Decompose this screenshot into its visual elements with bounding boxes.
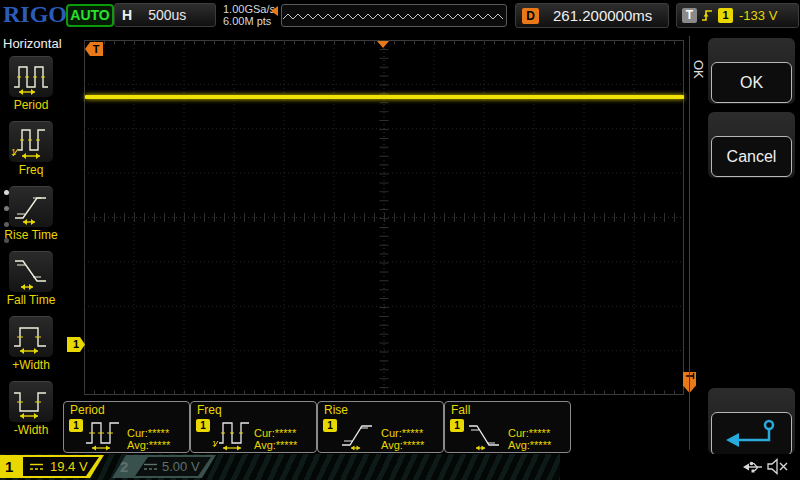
trigger-label: T — [682, 8, 697, 23]
sidebar-item-freq-label: Freq — [0, 163, 62, 177]
sidebar-item-period-label: Period — [0, 98, 62, 112]
trigger-source-badge: 1 — [718, 8, 733, 23]
preview-wave-icon — [282, 5, 504, 24]
freq-glyph-icon: 1 — [211, 415, 253, 451]
timebase-box[interactable]: H 500us — [114, 3, 216, 27]
usb-icon — [742, 460, 764, 474]
memory-position-arrow-icon — [271, 6, 278, 16]
waveform-display-area — [84, 40, 684, 395]
channel1-coupling-icon — [30, 462, 43, 472]
fall-time-icon — [9, 252, 53, 292]
ok-button[interactable]: OK — [711, 62, 792, 103]
oscilloscope-screen: RIGOL AUTO H 500us 1.00GSa/s 6.00M pts D… — [0, 0, 800, 480]
measurement-channel-badge: 1 — [323, 419, 337, 432]
status-bar: 1 19.4 V 2 5.00 V — [0, 454, 800, 480]
plus-width-icon — [9, 317, 53, 357]
channel1-scale: 19.4 V — [50, 459, 88, 474]
channel2-number: 2 — [120, 457, 128, 476]
return-arrow-icon — [723, 418, 781, 450]
period-icon — [9, 57, 53, 97]
sidebar-item-minus-width-label: -Width — [0, 423, 62, 437]
rise-time-icon — [9, 187, 53, 227]
sample-rate: 1.00GSa/s — [223, 3, 275, 15]
timebase-label: H — [122, 7, 132, 23]
sidebar-item-plus-width[interactable] — [9, 316, 53, 357]
delay-badge: D — [522, 8, 539, 24]
page-dot-3 — [4, 222, 9, 227]
horizontal-reference-icon[interactable] — [377, 41, 389, 48]
channel1-ground-marker[interactable]: 1 — [67, 337, 85, 352]
sidebar-item-rise-time-label: Rise Time — [0, 228, 62, 242]
channel2-scale: 5.00 V — [162, 459, 200, 474]
sidebar-item-minus-width[interactable] — [9, 381, 53, 422]
rise-glyph-icon — [338, 415, 380, 451]
memory-depth: 6.00M pts — [223, 15, 275, 27]
run-status-badge: AUTO — [66, 4, 114, 27]
freq-icon: 1 — [9, 122, 53, 162]
channel2-status[interactable]: 2 5.00 V — [112, 455, 218, 478]
sidebar-item-plus-width-label: +Width — [0, 358, 62, 372]
measurement-box-rise[interactable]: Rise 1 Cur:*****Avg:***** Max:*****Min:*… — [317, 401, 444, 453]
delay-value: 261.200000ms — [553, 7, 652, 24]
trigger-level-value: -133 V — [739, 8, 777, 23]
measurement-channel-badge: 1 — [69, 419, 83, 432]
measurement-channel-badge: 1 — [196, 419, 210, 432]
page-dot-2 — [4, 206, 9, 211]
ok-softkey-group: OK — [708, 38, 795, 104]
waveform-memory-preview[interactable] — [281, 4, 507, 27]
sidebar-item-fall-time[interactable] — [9, 251, 53, 292]
sidebar-item-freq[interactable]: 1 — [9, 121, 53, 162]
speaker-muted-icon — [766, 458, 790, 475]
trigger-box[interactable]: T 1 -133 V — [676, 3, 799, 28]
page-dot-1 — [4, 190, 9, 195]
back-button[interactable] — [711, 412, 792, 456]
sidebar-item-fall-time-label: Fall Time — [0, 293, 62, 307]
channel1-status[interactable]: 1 19.4 V — [0, 455, 106, 478]
period-glyph-icon — [84, 415, 126, 451]
measurement-box-fall[interactable]: Fall 1 Cur:*****Avg:***** Max:*****Min:*… — [444, 401, 571, 453]
cancel-softkey-group: Cancel — [708, 112, 795, 178]
sidebar-item-period[interactable] — [9, 56, 53, 97]
page-dot-4 — [4, 238, 9, 243]
menu-side-label: OK — [691, 60, 706, 79]
fall-glyph-icon — [465, 415, 507, 451]
channel2-coupling-icon — [144, 462, 157, 472]
cancel-button[interactable]: Cancel — [711, 136, 792, 177]
measurement-box-period[interactable]: Period 1 Cur:*****Avg:***** Max:*****Min… — [63, 401, 190, 453]
trigger-slope-icon — [701, 8, 714, 23]
sidebar-item-rise-time[interactable] — [9, 186, 53, 227]
measurement-channel-badge: 1 — [450, 419, 464, 432]
menu-title: Horizontal — [3, 36, 62, 51]
delay-box[interactable]: D 261.200000ms — [515, 3, 669, 28]
menu-divider — [689, 36, 690, 450]
grid — [84, 40, 684, 395]
acquisition-info: 1.00GSa/s 6.00M pts — [223, 3, 275, 27]
measurement-box-freq[interactable]: Freq 1 1 Cur:*****Avg:***** Max:*****Min… — [190, 401, 317, 453]
back-softkey-group — [708, 388, 795, 454]
channel1-number: 1 — [5, 457, 13, 476]
minus-width-icon — [9, 382, 53, 422]
channel1-waveform-trace — [85, 95, 684, 99]
timebase-value: 500us — [148, 7, 186, 23]
